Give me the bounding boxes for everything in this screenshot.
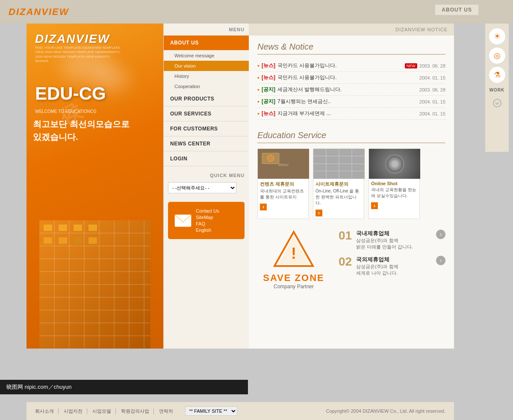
news-date-2: 2004. 01. 15 xyxy=(419,75,445,80)
sun-icon[interactable]: ☀ xyxy=(489,28,506,45)
svg-rect-20 xyxy=(88,225,97,231)
save-zone-subtitle: Company Partner xyxy=(274,284,314,290)
watermark-text: 晓图网 nipic.com／chuyun xyxy=(0,380,248,394)
contact-us-link[interactable]: Contact Us xyxy=(196,208,219,213)
footer-link-business[interactable]: 시업지전 xyxy=(64,408,83,414)
news-date-3: 2003. 06. 28 xyxy=(419,87,445,92)
main-container: DIZANVIEW FEEL YOUR LIKE TEMPLATE DIZANV… xyxy=(27,24,454,349)
news-list: • [뉴스] 국민카드 사용불가입니다. NEW 2003. 06. 28 • … xyxy=(257,60,445,120)
svg-point-29 xyxy=(267,155,274,162)
partner-title-2: 국외제휴업체 xyxy=(356,256,436,263)
nav-item-login[interactable]: LOGIN xyxy=(164,151,249,166)
right-panel: DIZANVIEW NOTICE News & Notice • [뉴스] 국민… xyxy=(249,24,454,349)
news-tag-3: [공지] xyxy=(262,86,275,93)
edu-card-2: 사이트제휴문의 On-Line, Off-Line 을 통한 완벽한 파트너입니… xyxy=(313,148,364,219)
camera-lens xyxy=(385,154,404,174)
edu-card-1: MENU 컨텐츠 제휴문의 국내최대의 교육컨텐츠를 통한 사이트유지 › xyxy=(257,148,309,219)
footer-link-contact[interactable]: 연락처 xyxy=(159,408,173,414)
nav-subitem-vision[interactable]: Our vision xyxy=(164,61,249,71)
mail-icon xyxy=(174,214,192,227)
edu-card-desc-1: 국내최대의 교육컨텐츠를 통한 사이트유지 xyxy=(258,188,308,202)
partner-desc-2: 삼성금은(주)과 함께세계로 나아 갑니다. xyxy=(356,263,436,277)
svg-rect-24 xyxy=(88,237,97,244)
partner-item-1: 01 국내제휴업체 삼성금은(주)과 함께밝은 미래를 만들어 갑니다. › xyxy=(339,230,445,251)
nav-item-our-services[interactable]: OUR SERVICES xyxy=(164,106,249,121)
browser-logo: DIZANVIEW xyxy=(9,6,69,18)
svg-text:!: ! xyxy=(291,245,296,262)
footer-link-model[interactable]: 시업모델 xyxy=(92,408,111,414)
news-section-title: News & Notice xyxy=(257,42,445,55)
edu-card-more-2[interactable]: › xyxy=(315,210,322,216)
footer-link-company[interactable]: 회사소개 xyxy=(35,408,54,414)
quick-menu-label: QUICK MENU xyxy=(164,166,249,180)
edu-card-img-1: MENU xyxy=(258,149,309,179)
news-bullet-3: • xyxy=(257,86,259,93)
building-graphic xyxy=(27,199,163,349)
edu-card-more-3[interactable]: › xyxy=(371,202,378,209)
news-bullet-2: • xyxy=(257,74,259,81)
footer: 회사소개 │ 시업지전 │ 시업모델 │ 학원강의사업 │ 연락처 ** FAM… xyxy=(27,402,454,420)
bottom-section: ! SAVE ZONE Company Partner 01 국내제휴업체 삼성… xyxy=(249,223,454,300)
menu-label: MENU xyxy=(164,24,249,35)
edu-section: Education Service MENU 컨텐츠 제휴문의 국내최대의 교육… xyxy=(249,126,454,223)
quick-select[interactable]: - -선택해주세요- - xyxy=(168,182,236,193)
family-site-select[interactable]: ** FAMILY SITE ** xyxy=(185,406,237,416)
news-text-1[interactable]: 국민카드 사용불가입니다. xyxy=(277,62,403,69)
svg-rect-17 xyxy=(44,225,52,231)
work-label: WORK xyxy=(489,88,505,92)
right-sidebar: ☀ ◎ ⚗ WORK xyxy=(485,24,509,152)
news-item-5: • [뉴스] 지금거래 부가세면제 ... 2004. 01. 15 xyxy=(257,108,445,120)
svg-rect-21 xyxy=(44,237,52,244)
partner-arrow-1[interactable]: › xyxy=(436,230,445,239)
edu-cards: MENU 컨텐츠 제휴문의 국내최대의 교육컨텐츠를 통한 사이트유지 › xyxy=(257,148,445,219)
faq-link[interactable]: FAQ xyxy=(196,221,219,226)
scroll-down-icon[interactable] xyxy=(493,99,501,109)
partner-item-2: 02 국외제휴업체 삼성금은(주)과 함께세계로 나아 갑니다. › xyxy=(339,256,445,277)
left-subtitle: FEEL YOUR LIKE TEMPLATE DIZANVIEW TEMPLA… xyxy=(35,46,121,64)
partner-info-2: 국외제휴업체 삼성금은(주)과 함께세계로 나아 갑니다. xyxy=(356,256,436,277)
contact-box: Contact Us SiteMap FAQ English xyxy=(168,202,245,239)
edu-card-img-3 xyxy=(369,149,420,179)
nav-item-for-customers[interactable]: FOR CUSTOMERS xyxy=(164,121,249,136)
edu-card-desc-3: 국내외 교육현황을 한눈에 보실수있습니다. xyxy=(369,187,419,201)
news-bullet-4: • xyxy=(257,98,259,105)
left-panel: DIZANVIEW FEEL YOUR LIKE TEMPLATE DIZANV… xyxy=(27,24,163,349)
nav-panel: MENU ABOUT US Welcome message Our vision… xyxy=(163,24,249,349)
save-zone-box: ! SAVE ZONE Company Partner xyxy=(257,223,330,296)
svg-rect-23 xyxy=(74,237,82,244)
partner-number-2: 02 xyxy=(339,256,352,268)
nav-item-about-us[interactable]: ABOUT US xyxy=(164,35,249,50)
record-icon[interactable]: ◎ xyxy=(489,47,506,64)
nav-subitem-cooperation[interactable]: Cooperation xyxy=(164,81,249,92)
news-text-2[interactable]: 국민카드 사용불가입니다. xyxy=(277,74,417,81)
edu-card-more-1[interactable]: › xyxy=(260,204,267,210)
news-text-5[interactable]: 지금거래 부가세면제 ... xyxy=(277,110,417,117)
svg-rect-22 xyxy=(59,237,67,244)
partner-number-1: 01 xyxy=(339,230,352,242)
dizanview-notice-header: DIZANVIEW NOTICE xyxy=(249,24,454,35)
news-section: News & Notice • [뉴스] 국민카드 사용불가입니다. NEW 2… xyxy=(249,35,454,126)
nav-item-our-products[interactable]: OUR PRODUCTS xyxy=(164,92,249,106)
news-tag-2: [뉴스] xyxy=(262,74,275,81)
news-item-2: • [뉴스] 국민카드 사용불가입니다. 2004. 01. 15 xyxy=(257,72,445,84)
sitemap-link[interactable]: SiteMap xyxy=(196,215,219,220)
flask-icon[interactable]: ⚗ xyxy=(489,66,506,83)
news-date-1: 2003. 06. 28 xyxy=(419,63,445,68)
nav-item-news-center[interactable]: NEWS CENTER xyxy=(164,136,249,151)
news-date-4: 2004. 01. 15 xyxy=(419,99,445,104)
nav-subitem-history[interactable]: History xyxy=(164,71,249,81)
english-link[interactable]: English xyxy=(196,228,219,233)
partner-arrow-2[interactable]: › xyxy=(436,256,445,265)
news-text-4[interactable]: 7월시행되는 면세금신.. xyxy=(277,98,417,105)
svg-rect-18 xyxy=(59,225,67,231)
svg-rect-19 xyxy=(74,225,82,231)
footer-link-academy[interactable]: 학원강의사업 xyxy=(121,408,149,414)
about-us-badge[interactable]: ABOUT US xyxy=(435,4,479,15)
save-zone-title: SAVE ZONE xyxy=(263,272,324,284)
news-bullet: • xyxy=(257,62,259,69)
news-text-3[interactable]: 세금계산서 발행해드립니다. xyxy=(277,86,417,93)
news-badge-new-1: NEW xyxy=(405,63,417,68)
news-date-5: 2004. 01. 15 xyxy=(419,111,445,116)
left-logo: DIZANVIEW xyxy=(35,32,110,46)
nav-subitem-welcome[interactable]: Welcome message xyxy=(164,50,249,61)
